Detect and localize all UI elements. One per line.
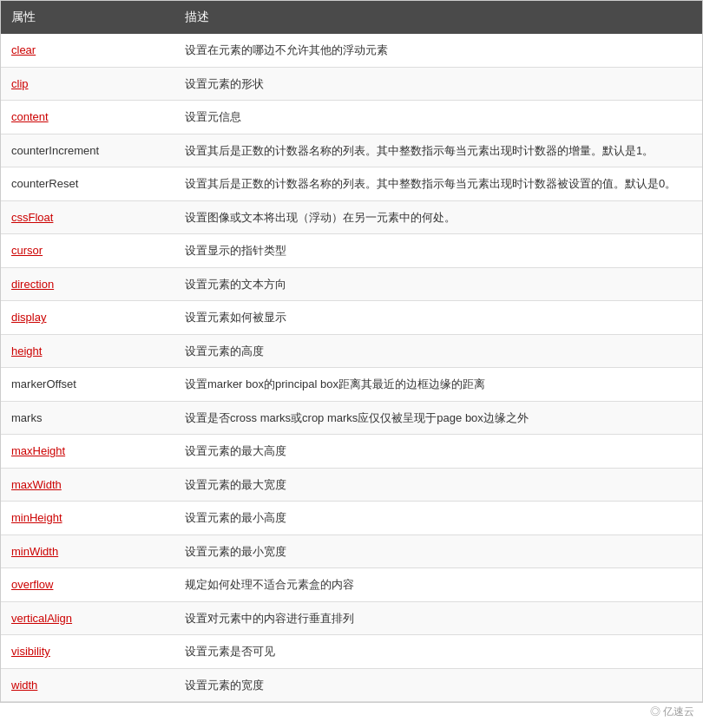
table-row: overflow规定如何处理不适合元素盒的内容	[1, 568, 702, 602]
table-row: counterIncrement设置其后是正数的计数器名称的列表。其中整数指示每…	[1, 134, 702, 167]
table-row: display设置元素如何被显示	[1, 301, 702, 335]
description-cell: 设置元素是否可见	[174, 635, 702, 669]
table-row: minHeight设置元素的最小高度	[1, 502, 702, 535]
property-cell[interactable]: maxHeight	[1, 435, 174, 469]
description-cell: 设置其后是正数的计数器名称的列表。其中整数指示每当元素出现时计数器的增量。默认是…	[174, 134, 702, 167]
property-cell[interactable]: overflow	[1, 568, 174, 602]
property-cell[interactable]: maxWidth	[1, 468, 174, 502]
table-row: maxHeight设置元素的最大高度	[1, 435, 702, 469]
description-cell: 设置元素的形状	[174, 67, 702, 101]
table-row: markerOffset设置marker box的principal box距离…	[1, 368, 702, 402]
table-row: height设置元素的高度	[1, 334, 702, 368]
css-properties-table: 属性 描述 clear设置在元素的哪边不允许其他的浮动元素clip设置元素的形状…	[1, 1, 702, 702]
description-cell: 设置显示的指针类型	[174, 234, 702, 268]
description-cell: 设置元信息	[174, 101, 702, 134]
description-cell: 设置元素的文本方向	[174, 267, 702, 301]
property-cell[interactable]: minWidth	[1, 535, 174, 568]
property-cell[interactable]: cssFloat	[1, 200, 174, 234]
property-cell: marks	[1, 401, 174, 435]
table-row: maxWidth设置元素的最大宽度	[1, 468, 702, 502]
property-cell[interactable]: clear	[1, 34, 174, 67]
description-cell: 设置对元素中的内容进行垂直排列	[174, 601, 702, 635]
table-row: marks设置是否cross marks或crop marks应仅仅被呈现于pa…	[1, 401, 702, 435]
table-header-row: 属性 描述	[1, 1, 702, 34]
description-cell: 设置是否cross marks或crop marks应仅仅被呈现于page bo…	[174, 401, 702, 435]
description-cell: 设置元素的最大宽度	[174, 468, 702, 502]
description-cell: 设置元素的最小宽度	[174, 535, 702, 568]
table-row: direction设置元素的文本方向	[1, 267, 702, 301]
table-row: cssFloat设置图像或文本将出现（浮动）在另一元素中的何处。	[1, 200, 702, 234]
table-row: minWidth设置元素的最小宽度	[1, 535, 702, 568]
property-cell[interactable]: clip	[1, 67, 174, 101]
main-table-container: 属性 描述 clear设置在元素的哪边不允许其他的浮动元素clip设置元素的形状…	[0, 0, 703, 703]
table-row: width设置元素的宽度	[1, 668, 702, 702]
description-cell: 规定如何处理不适合元素盒的内容	[174, 568, 702, 602]
property-cell: counterReset	[1, 167, 174, 201]
property-cell[interactable]: display	[1, 301, 174, 335]
header-property: 属性	[1, 1, 174, 34]
property-cell[interactable]: cursor	[1, 234, 174, 268]
table-row: clear设置在元素的哪边不允许其他的浮动元素	[1, 34, 702, 67]
table-row: clip设置元素的形状	[1, 67, 702, 101]
description-cell: 设置元素的高度	[174, 334, 702, 368]
property-cell[interactable]: direction	[1, 267, 174, 301]
description-cell: 设置marker box的principal box距离其最近的边框边缘的距离	[174, 368, 702, 402]
property-cell[interactable]: visibility	[1, 635, 174, 669]
property-cell: markerOffset	[1, 368, 174, 402]
property-cell[interactable]: width	[1, 668, 174, 702]
table-row: verticalAlign设置对元素中的内容进行垂直排列	[1, 601, 702, 635]
description-cell: 设置图像或文本将出现（浮动）在另一元素中的何处。	[174, 200, 702, 234]
description-cell: 设置在元素的哪边不允许其他的浮动元素	[174, 34, 702, 67]
table-row: cursor设置显示的指针类型	[1, 234, 702, 268]
property-cell: counterIncrement	[1, 134, 174, 167]
property-cell[interactable]: minHeight	[1, 502, 174, 535]
description-cell: 设置元素如何被显示	[174, 301, 702, 335]
description-cell: 设置元素的宽度	[174, 668, 702, 702]
table-row: visibility设置元素是否可见	[1, 635, 702, 669]
header-description: 描述	[174, 1, 702, 34]
table-row: counterReset设置其后是正数的计数器名称的列表。其中整数指示每当元素出…	[1, 167, 702, 201]
description-cell: 设置元素的最大高度	[174, 435, 702, 469]
table-row: content设置元信息	[1, 101, 702, 134]
property-cell[interactable]: verticalAlign	[1, 601, 174, 635]
description-cell: 设置元素的最小高度	[174, 502, 702, 535]
description-cell: 设置其后是正数的计数器名称的列表。其中整数指示每当元素出现时计数器被设置的值。默…	[174, 167, 702, 201]
property-cell[interactable]: height	[1, 334, 174, 368]
property-cell[interactable]: content	[1, 101, 174, 134]
